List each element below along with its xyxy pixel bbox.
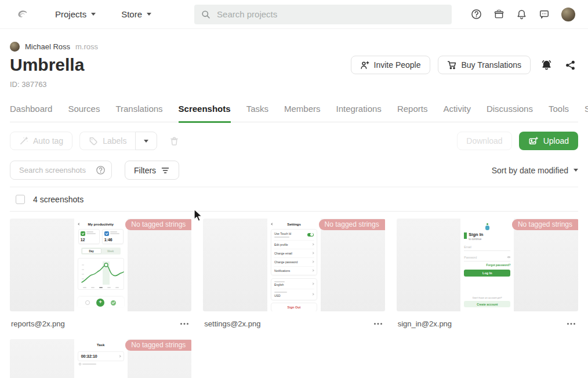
tab-dashboard[interactable]: Dashboard — [10, 104, 52, 123]
toggle-on-icon — [307, 233, 314, 237]
delete-trash-icon[interactable] — [169, 136, 179, 146]
global-search-input[interactable] — [216, 9, 445, 20]
screenshot-filename: settings@2x.png — [204, 319, 260, 328]
screenshot-card-task: Task 00:32:10 No tagged strings — [10, 339, 191, 378]
tab-members[interactable]: Members — [284, 104, 321, 123]
screenshot-card-settings: Settings Use Touch Id Edit profile Chang… — [203, 219, 384, 329]
user-avatar[interactable] — [561, 8, 575, 21]
tab-integrations[interactable]: Integrations — [336, 104, 381, 123]
screenshot-thumbnail[interactable]: My productivity 12 1:46 — [10, 219, 191, 311]
nav-projects[interactable]: Projects — [55, 9, 96, 19]
buy-translations-button[interactable]: Buy Translations — [438, 56, 531, 74]
owner-name: Michael Ross — [25, 42, 70, 51]
screenshot-filename: reports@2x.png — [11, 319, 65, 328]
app-logo-icon — [485, 223, 489, 230]
project-id: ID: 387763 — [10, 80, 578, 89]
person-add-icon — [360, 61, 369, 70]
screenshot-search-input[interactable] — [18, 165, 92, 175]
screenshots-toolbar: Auto tag Labels — [10, 132, 578, 150]
nav-projects-label: Projects — [55, 9, 86, 19]
labels-dropdown-button[interactable] — [135, 132, 157, 150]
buy-translations-label: Buy Translations — [462, 60, 522, 70]
chevron-right-icon — [311, 260, 314, 263]
global-search[interactable] — [194, 5, 452, 24]
chevron-down-icon — [144, 140, 148, 143]
chevron-down-icon — [91, 13, 96, 16]
project-owner[interactable]: Michael Ross m.ross — [10, 42, 578, 52]
screenshot-card-reports: My productivity 12 1:46 — [10, 219, 191, 329]
whats-new-gift-icon[interactable] — [493, 9, 504, 20]
chevron-right-icon — [311, 282, 314, 285]
tab-tasks[interactable]: Tasks — [246, 104, 268, 123]
screenshot-search[interactable] — [10, 161, 112, 180]
chevron-right-icon — [311, 293, 314, 296]
selection-row: 4 screenshots — [10, 187, 578, 212]
chevron-down-icon — [147, 13, 151, 16]
download-label: Download — [466, 136, 502, 146]
no-tagged-strings-badge: No tagged strings — [125, 340, 191, 351]
crowdin-logo-icon[interactable] — [14, 7, 30, 22]
notifications-bell-icon[interactable] — [516, 9, 527, 20]
tab-discussions[interactable]: Discussions — [487, 104, 533, 123]
done-icon — [111, 300, 116, 306]
tag-icon — [89, 136, 98, 146]
card-menu-button[interactable] — [565, 321, 577, 326]
messages-icon[interactable] — [539, 9, 550, 20]
screenshot-filename: sign_in@2x.png — [398, 319, 452, 328]
invite-people-button[interactable]: Invite People — [351, 56, 430, 74]
labels-label: Labels — [103, 136, 126, 146]
tab-screenshots[interactable]: Screenshots — [179, 104, 231, 123]
thumb-phone-mockup: Settings Use Touch Id Edit profile Chang… — [267, 219, 321, 311]
download-button[interactable]: Download — [457, 132, 511, 150]
thumb-chart — [78, 258, 124, 290]
tab-tools[interactable]: Tools — [549, 104, 569, 123]
filter-row: Filters Sort by date modified — [10, 161, 578, 180]
invite-people-label: Invite People — [374, 60, 421, 70]
tab-sources[interactable]: Sources — [68, 104, 100, 123]
thumb-title: Task — [97, 343, 104, 347]
tab-translations[interactable]: Translations — [115, 104, 162, 123]
clock-icon — [104, 231, 109, 236]
help-circle-icon[interactable] — [96, 165, 106, 175]
title-row: Umbrella Invite People — [10, 55, 578, 75]
project-tabs: Dashboard Sources Translations Screensho… — [10, 104, 578, 122]
card-menu-button[interactable] — [179, 321, 190, 326]
check-icon — [81, 231, 85, 236]
page-content: Michael Ross m.ross Umbrella Invite Peop… — [0, 42, 588, 378]
tab-activity[interactable]: Activity — [443, 104, 471, 123]
navbar-right — [471, 8, 575, 21]
cart-icon — [447, 60, 457, 70]
share-icon[interactable] — [562, 57, 578, 73]
nav-store-label: Store — [121, 9, 142, 19]
thumb-phone-mockup: My productivity 12 1:46 — [74, 219, 128, 311]
filters-button[interactable]: Filters — [125, 161, 179, 180]
auto-tag-label: Auto tag — [33, 136, 63, 146]
screenshot-thumbnail[interactable]: Settings Use Touch Id Edit profile Chang… — [203, 219, 384, 311]
screenshot-count: 4 screenshots — [33, 195, 84, 204]
upload-button[interactable]: Upload — [519, 132, 578, 150]
help-icon[interactable] — [471, 9, 482, 20]
search-icon — [201, 10, 210, 19]
screenshot-thumbnail[interactable]: Task 00:32:10 No tagged strings — [10, 339, 191, 378]
screenshots-grid: My productivity 12 1:46 — [10, 219, 578, 378]
chevron-right-icon — [311, 269, 314, 271]
chevron-right-icon — [118, 355, 121, 357]
card-menu-button[interactable] — [372, 321, 384, 326]
thumb-phone-mockup: Sign In to continue Email Password Forgo… — [460, 219, 514, 311]
labels-button-group: Labels — [79, 132, 157, 150]
sort-dropdown[interactable]: Sort by date modified — [492, 166, 578, 175]
no-tagged-strings-badge: No tagged strings — [125, 219, 191, 230]
tab-settings[interactable]: Settings — [585, 104, 588, 123]
title-actions: Invite People Buy Translations — [351, 56, 578, 74]
no-tagged-strings-badge: No tagged strings — [512, 219, 578, 230]
nav-store[interactable]: Store — [121, 9, 151, 19]
tab-reports[interactable]: Reports — [397, 104, 428, 123]
watch-bell-icon[interactable] — [538, 57, 555, 74]
auto-tag-button[interactable]: Auto tag — [10, 132, 72, 150]
select-all-checkbox[interactable] — [16, 195, 25, 204]
screenshot-thumbnail[interactable]: Sign In to continue Email Password Forgo… — [397, 219, 578, 311]
screenshot-card-signin: Sign In to continue Email Password Forgo… — [397, 219, 578, 329]
labels-button[interactable]: Labels — [79, 132, 135, 150]
top-navbar: Projects Store — [0, 0, 588, 29]
chevron-down-icon — [574, 169, 578, 172]
